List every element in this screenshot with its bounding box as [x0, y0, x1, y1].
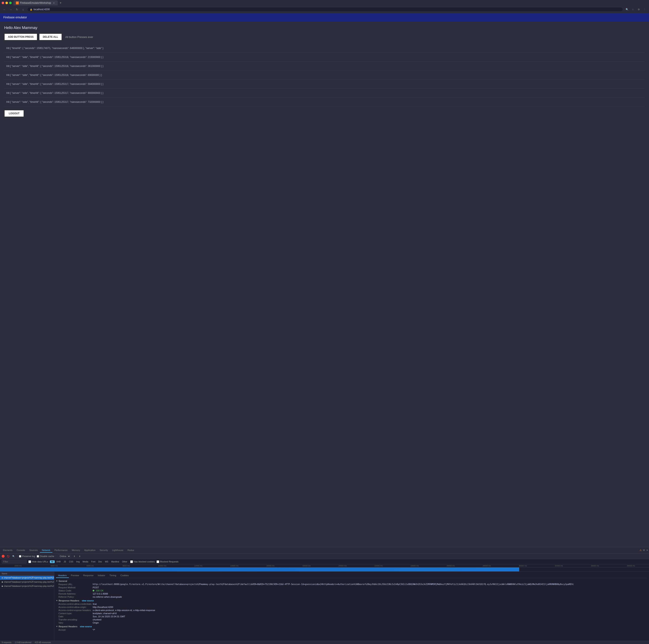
hide-data-urls-input[interactable]	[28, 560, 31, 563]
detail-tab-timing[interactable]: Timing	[107, 573, 118, 578]
tab-performance[interactable]: Performance	[52, 548, 70, 553]
close-button[interactable]	[2, 2, 4, 4]
reload-button[interactable]: ↻	[14, 7, 19, 12]
devtools-icons: ⚠ ⚙ ✕	[640, 549, 648, 552]
filter-type-ws[interactable]: WS	[104, 560, 110, 563]
detail-tab-cookies[interactable]: Cookies	[118, 573, 131, 578]
table-row[interactable]: channel?database=projects%2Fmammay-play-…	[0, 584, 54, 588]
close-devtools-icon[interactable]: ✕	[646, 549, 648, 552]
request-name: channel?database=projects%2Fmammay-play-…	[4, 581, 54, 583]
filter-types: AllXHRJSCSSImgMediaFontDocWSManifestOthe…	[50, 560, 129, 563]
export-button[interactable]: ⬇	[78, 554, 82, 558]
request-url-row: Request URL: http://localhost:8088/googl…	[56, 583, 647, 586]
search-button[interactable]: 🔍	[625, 7, 630, 12]
back-button[interactable]: ←	[2, 7, 7, 12]
disable-cache-checkbox[interactable]: Disable cache	[37, 555, 54, 557]
timeline-labels: 2000 ms4000 ms6000 ms8000 ms10000 ms1200…	[0, 564, 649, 567]
tab-close-button[interactable]: ✕	[52, 1, 55, 4]
timeline-label: 14000 ms	[216, 565, 253, 567]
header-key: Content-type:	[58, 612, 92, 614]
table-row[interactable]: channel?database=projects%2Fmammay-play-…	[0, 580, 54, 584]
timeline-label: 6000 ms	[72, 565, 108, 567]
status-code-value: 200 OK	[93, 589, 103, 592]
hits-list: Hit:{ "timeHit": { "seconds": 1595174071…	[4, 44, 645, 106]
preserve-log-input[interactable]	[19, 555, 21, 557]
tab-sources[interactable]: Sources	[27, 548, 40, 553]
referrer-policy-value: no-referrer-when-downgrade	[93, 596, 122, 598]
minimize-button[interactable]	[5, 2, 8, 4]
filter-type-other[interactable]: Other	[121, 560, 129, 563]
remote-address-key: Remote Address:	[58, 593, 92, 595]
bookmark-button[interactable]: ☆	[631, 7, 635, 12]
filter-type-font[interactable]: Font	[90, 560, 97, 563]
disable-cache-input[interactable]	[37, 555, 39, 557]
table-row[interactable]: channel?database=projects%2Fmammay-play-…	[0, 576, 54, 580]
tab-elements[interactable]: Elements	[1, 548, 14, 553]
list-item: Access-control-allow-credentials:true	[56, 603, 647, 605]
filter-type-css[interactable]: CSS	[68, 560, 75, 563]
tab-application[interactable]: Application	[82, 548, 98, 553]
request-list: Name channel?database=projects%2Fmammay-…	[0, 571, 54, 641]
tab-security[interactable]: Security	[97, 548, 110, 553]
detail-tab-initiator[interactable]: Initiator	[96, 573, 107, 578]
list-item: Hit:{ "server": "side", "timeHit": { "se…	[4, 62, 645, 71]
request-method-key: Request Method:	[58, 586, 92, 589]
response-headers-section-header[interactable]: Response Headers view source	[56, 599, 647, 602]
tab-memory[interactable]: Memory	[70, 548, 82, 553]
detail-tab-headers[interactable]: Headers	[56, 573, 69, 578]
filter-type-img[interactable]: Img	[75, 560, 81, 563]
clear-button[interactable]: 🚫	[6, 554, 10, 558]
import-button[interactable]: ⬆	[73, 554, 76, 558]
filter-type-all[interactable]: All	[50, 560, 55, 563]
filter-type-doc[interactable]: Doc	[97, 560, 103, 563]
logout-button[interactable]: LOGOUT	[4, 110, 24, 117]
has-blocked-cookies-input[interactable]	[130, 560, 133, 563]
name-column-header: Name	[2, 572, 7, 575]
blocked-requests-checkbox[interactable]: Blocked Requests	[157, 560, 179, 563]
extensions-button[interactable]: ⚙	[637, 7, 641, 12]
delete-all-button[interactable]: DELETE ALL	[39, 33, 62, 40]
transferred-size: 1.9 kB transferred	[15, 641, 31, 644]
forward-button[interactable]: →	[8, 7, 13, 12]
filter-type-xhr[interactable]: XHR	[55, 560, 62, 563]
filter-input[interactable]	[2, 560, 27, 563]
has-blocked-cookies-checkbox[interactable]: Has blocked cookies	[130, 560, 155, 563]
tab-lighthouse[interactable]: Lighthouse	[110, 548, 125, 553]
hide-data-urls-checkbox[interactable]: Hide data URLs	[28, 560, 48, 563]
preserve-log-checkbox[interactable]: Preserve log	[19, 555, 35, 557]
detail-tab-response[interactable]: Response	[81, 573, 96, 578]
timeline-label: 24000 ms	[397, 565, 433, 567]
menu-button[interactable]: ⋮	[642, 7, 647, 12]
response-headers-list: Access-control-allow-credentials:trueAcc…	[56, 603, 647, 624]
header-key: Accept:	[58, 629, 92, 631]
home-button[interactable]: ⌂	[21, 7, 26, 12]
has-blocked-cookies-label: Has blocked cookies	[134, 560, 155, 563]
filter-toggle-button[interactable]: 🔍	[12, 554, 15, 558]
request-headers-view-source[interactable]: view source	[80, 626, 92, 628]
maximize-button[interactable]	[9, 2, 12, 4]
tab-console[interactable]: Console	[14, 548, 27, 553]
tab-network[interactable]: Network	[40, 548, 52, 553]
blocked-requests-input[interactable]	[157, 560, 159, 563]
record-button[interactable]	[2, 555, 5, 558]
filter-type-js[interactable]: JS	[62, 560, 68, 563]
response-headers-view-source[interactable]: view source	[82, 600, 94, 602]
filter-type-media[interactable]: Media	[81, 560, 90, 563]
detail-tab-preview[interactable]: Preview	[69, 573, 81, 578]
browser-tab[interactable]: F FirebaseEmulatorWorkshop ✕	[13, 0, 58, 5]
tab-redux[interactable]: Redux	[125, 548, 136, 553]
new-tab-button[interactable]: +	[59, 1, 63, 5]
filter-type-manifest[interactable]: Manifest	[110, 560, 120, 563]
list-item: Content-type:text/plain; charset=utf-8	[56, 612, 647, 614]
list-item: Hit:{ "timeHit": { "seconds": 1595174071…	[4, 44, 645, 53]
request-items: channel?database=projects%2Fmammay-play-…	[0, 576, 54, 588]
throttle-select[interactable]: Online	[58, 554, 71, 558]
address-bar[interactable]: 🔒 localhost:4200	[27, 7, 623, 12]
tab-title: FirebaseEmulatorWorkshop	[20, 1, 51, 4]
general-section-header[interactable]: General	[56, 580, 647, 582]
add-button-press-button[interactable]: ADD BUTTON PRESS	[4, 33, 37, 40]
settings-icon[interactable]: ⚙	[643, 549, 645, 552]
request-headers-section-header[interactable]: Request Headers view source	[56, 625, 647, 628]
timeline-label: 36000 ms	[613, 565, 649, 567]
main-content: Hello Alex Mammay ADD BUTTON PRESS DELET…	[0, 21, 649, 547]
